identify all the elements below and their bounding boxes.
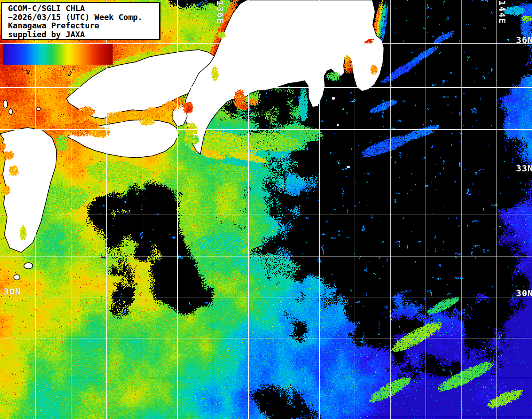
title-line-date: ~2026/03/15 (UTC) Week Comp. (8, 13, 157, 22)
title-box: GCOM-C/SGLI CHLA ~2026/03/15 (UTC) Week … (1, 2, 160, 40)
satellite-map-viewport: 136E144E36N33N30N30N GCOM-C/SGLI CHLA ~2… (0, 0, 532, 419)
title-line-credit: supplied by JAXA (8, 30, 157, 39)
longitude-label-144E: 144E (497, 0, 507, 24)
latitude-label-30N: 30N (4, 286, 21, 297)
title-line-product: GCOM-C/SGLI CHLA (8, 4, 157, 13)
chlorophyll-colorbar (3, 44, 113, 65)
title-line-region: Kanagawa Prefecture (8, 21, 157, 30)
longitude-label-136E: 136E (215, 0, 225, 24)
latitude-label-33N: 33N (516, 163, 532, 174)
latitude-label-30N: 30N (516, 288, 532, 299)
latitude-label-36N: 36N (516, 35, 532, 45)
